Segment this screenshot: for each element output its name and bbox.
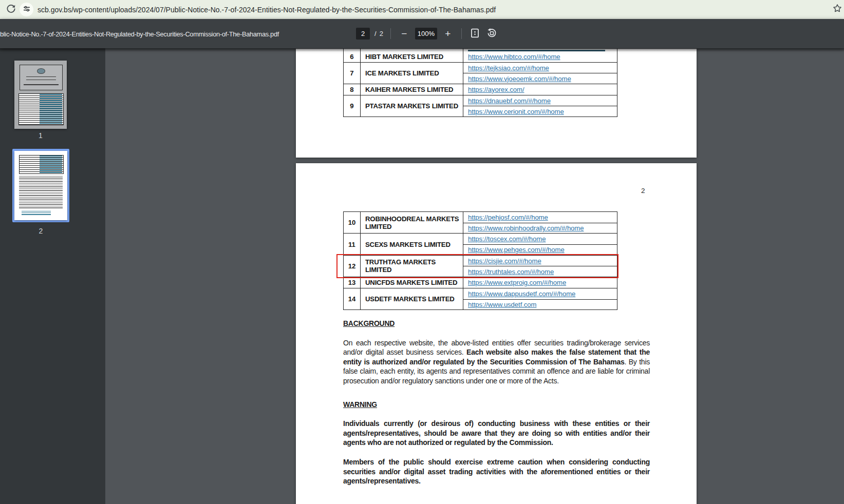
entity-url-cell: https://tejksiao.com/#/home	[463, 63, 617, 73]
warning-paragraph-2: Members of the public should exercise ex…	[343, 457, 650, 486]
entity-row: 13UNICFDS MARKETS LIMITEDhttps://www.ext…	[344, 277, 617, 288]
zoom-in-button[interactable]: +	[442, 28, 454, 40]
entity-url-cell: https://www.pehges.com/#/home	[463, 244, 617, 255]
pdf-document-title: blic-Notice-No.-7-of-2024-Entities-Not-R…	[0, 30, 279, 37]
entity-url-link[interactable]: https://tejksiao.com/#/home	[468, 64, 549, 72]
entity-number: 14	[344, 288, 361, 309]
warning-heading: WARNING	[343, 400, 650, 410]
background-paragraph: On each respective website, the above-li…	[343, 338, 650, 386]
entity-url-cell: https://ayorex.com/	[463, 84, 617, 95]
browser-url-bar: scb.gov.bs/wp-content/uploads/2024/07/Pu…	[0, 0, 844, 19]
page1-entities-table: 6HIBT MARKETS LIMITEDhttps://www.hibtco.…	[343, 49, 617, 117]
address-bar-url[interactable]: scb.gov.bs/wp-content/uploads/2024/07/Pu…	[37, 6, 496, 14]
entity-url-link[interactable]: https://www.dappusdetf.com/#/home	[468, 290, 575, 298]
entity-url-cell: https://www.vjoeoemk.com/#/home	[463, 73, 617, 84]
reload-icon	[6, 4, 16, 15]
entity-row: 11SCEXS MARKETS LIMITEDhttps://toscex.co…	[344, 233, 617, 255]
entity-name: USDETF MARKETS LIMITED	[361, 288, 463, 309]
entity-url-cell: https://www.cerionit.com/#/home	[463, 106, 617, 117]
thumbnail-sidebar: 1 2	[0, 48, 105, 504]
page-2-thumbnail-label: 2	[12, 227, 69, 235]
rotate-counterclockwise-icon	[486, 28, 497, 40]
entity-number: 6	[344, 51, 361, 62]
entity-name: KAIHER MARKETS LIMITED	[361, 84, 463, 95]
entity-url-link[interactable]: https://www.robinhoodrally.com/#/home	[468, 224, 584, 232]
toolbar-divider	[390, 28, 391, 39]
page-1-thumbnail-label: 1	[14, 131, 67, 140]
page-1-thumbnail[interactable]	[14, 61, 67, 129]
fit-page-button[interactable]	[469, 28, 481, 40]
background-heading: BACKGROUND	[343, 319, 650, 328]
entity-url-cell: https://truthtales.com/#/home	[463, 266, 617, 277]
pdf-toolbar: blic-Notice-No.-7-of-2024-Entities-Not-R…	[0, 19, 844, 48]
entity-url-link[interactable]: https://truthtales.com/#/home	[468, 268, 554, 276]
page2-entities-table-body: 10ROBINHOODREAL MARKETS LIMITEDhttps://p…	[344, 212, 617, 309]
entity-row: 6HIBT MARKETS LIMITEDhttps://www.hibtco.…	[344, 51, 617, 62]
page-2-thumbnail-preview	[14, 151, 67, 220]
entity-url-link[interactable]: https://www.hibtco.com/#/home	[468, 53, 560, 61]
entity-url-link[interactable]: https://pehjosf.com/#/home	[468, 214, 548, 221]
entity-name: HIBT MARKETS LIMITED	[361, 51, 463, 62]
entity-url-link[interactable]: https://www.extproig.com/#/home	[468, 279, 566, 286]
toolbar-divider	[461, 28, 462, 39]
page-2-thumbnail[interactable]	[12, 149, 69, 222]
entity-url-cell: https://pehjosf.com/#/home	[463, 212, 617, 223]
entity-url-link[interactable]: https://www.vjoeoemk.com/#/home	[468, 75, 571, 83]
entity-name: UNICFDS MARKETS LIMITED	[361, 277, 463, 288]
entity-row: 7ICE MARKETS LIMITEDhttps://tejksiao.com…	[344, 62, 617, 84]
zoom-out-button[interactable]: −	[398, 28, 410, 40]
entity-row: 14USDETF MARKETS LIMITEDhttps://www.dapp…	[344, 288, 617, 309]
entity-number: 12	[344, 256, 361, 277]
entity-number: 13	[344, 277, 361, 288]
entity-number: 9	[344, 95, 361, 117]
entity-url-cell: https://cisjie.com/#/home	[463, 256, 617, 266]
entity-url-link[interactable]: https://cisjie.com/#/home	[468, 257, 541, 265]
page-1-thumbnail-preview	[14, 61, 67, 129]
entity-row: 9PTASTAR MARKETS LIMITEDhttps://dnauebf.…	[344, 95, 617, 117]
page1-entities-table-body: 6HIBT MARKETS LIMITEDhttps://www.hibtco.…	[344, 51, 617, 117]
star-icon	[832, 3, 842, 15]
entity-number: 8	[344, 84, 361, 95]
entity-url-link[interactable]: https://www.cerionit.com/#/home	[468, 108, 564, 115]
entity-url-cell: https://www.hibtco.com/#/home	[463, 51, 617, 62]
entity-url-link[interactable]: https://ayorex.com/	[468, 86, 524, 93]
entity-name: TRUTHTAG MARKETS LIMITED	[361, 256, 463, 277]
entity-number: 11	[344, 234, 361, 255]
entity-url-cell: https://www.extproig.com/#/home	[463, 277, 617, 288]
entity-row-highlighted: 12TRUTHTAG MARKETS LIMITEDhttps://cisjie…	[344, 255, 617, 277]
entity-url-link[interactable]: https://www.pehges.com/#/home	[468, 246, 565, 254]
entity-name: ROBINHOODREAL MARKETS LIMITED	[361, 212, 463, 233]
entity-row: 8KAIHER MARKETS LIMITEDhttps://ayorex.co…	[344, 84, 617, 95]
entity-url-cell: https://www.usdetf.com	[463, 299, 617, 310]
page2-text-body: BACKGROUND On each respective website, t…	[343, 319, 650, 496]
page2-entities-table: 10ROBINHOODREAL MARKETS LIMITEDhttps://p…	[343, 211, 617, 310]
entity-url-cell: https://www.robinhoodrally.com/#/home	[463, 223, 617, 234]
pdf-page-2: 2 10ROBINHOODREAL MARKETS LIMITEDhttps:/…	[296, 163, 697, 504]
reload-button[interactable]	[4, 3, 17, 16]
entity-url-link[interactable]: https://www.usdetf.com	[468, 301, 536, 308]
entity-name: SCEXS MARKETS LIMITED	[361, 234, 463, 255]
page-number-input[interactable]: 2	[356, 28, 370, 40]
entity-url-cell: https://toscex.com/#/home	[463, 234, 617, 244]
entity-url-link[interactable]: https://toscex.com/#/home	[468, 235, 546, 243]
entity-row: 10ROBINHOODREAL MARKETS LIMITEDhttps://p…	[344, 212, 617, 233]
entity-url-link[interactable]: https://dnauebf.com/#/home	[468, 97, 551, 105]
entity-url-cell: https://dnauebf.com/#/home	[463, 95, 617, 106]
rotate-button[interactable]	[486, 28, 498, 40]
bookmark-button[interactable]	[831, 3, 843, 15]
page-number-label: 2	[641, 187, 645, 195]
pdf-toolbar-controls: 2 / 2 − 100% +	[356, 19, 498, 48]
entity-number: 10	[344, 212, 361, 233]
fit-page-icon	[470, 28, 480, 40]
pdf-page-1: 6HIBT MARKETS LIMITEDhttps://www.hibtco.…	[296, 49, 697, 158]
pdf-viewer-area: 1 2 6HIBT MARKETS LIMITEDhttps://www.hib…	[0, 48, 844, 504]
warning-paragraph-1: Individuals currently (or desirous of) c…	[343, 419, 650, 448]
entity-name: PTASTAR MARKETS LIMITED	[361, 95, 463, 117]
site-info-button[interactable]	[20, 3, 33, 16]
page-count: / 2	[374, 30, 383, 37]
tune-icon	[23, 5, 31, 15]
entity-name: ICE MARKETS LIMITED	[361, 63, 463, 84]
page-separator: /	[374, 30, 377, 37]
zoom-level-input[interactable]: 100%	[415, 28, 437, 40]
entity-number: 7	[344, 63, 361, 84]
